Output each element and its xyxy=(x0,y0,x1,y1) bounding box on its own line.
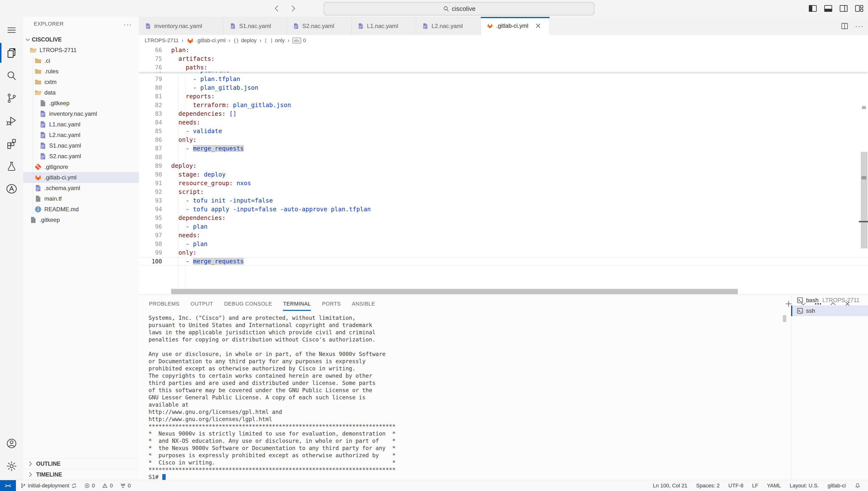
toggle-primary-sidebar-icon[interactable] xyxy=(808,3,818,13)
breadcrumb-label: only xyxy=(275,37,285,44)
status-layout-u-s-[interactable]: Layout: U.S. xyxy=(790,483,819,489)
activity-source-control[interactable] xyxy=(0,87,23,110)
tab-L1.nac.yaml[interactable]: L1.nac.yaml xyxy=(352,17,416,35)
breadcrumb-item-only[interactable]: [ ]only xyxy=(264,37,285,44)
nav-arrows xyxy=(272,0,298,17)
remote-indicator[interactable]: >< xyxy=(0,480,16,491)
testing-icon xyxy=(6,161,17,172)
status-error[interactable]: 0 xyxy=(84,483,95,489)
tree-item-.schema.yaml[interactable]: .schema.yaml xyxy=(23,183,139,194)
tree-item-S1.nac.yaml[interactable]: S1.nac.yaml xyxy=(23,140,139,151)
tree-indent-guide xyxy=(33,55,33,214)
command-search-box[interactable]: ciscolive xyxy=(324,2,595,16)
customize-layout-icon[interactable] xyxy=(854,3,864,13)
tab-S2.nac.yaml[interactable]: S2.nac.yaml xyxy=(287,17,352,35)
code-text: needs: xyxy=(171,118,200,127)
activity-menu[interactable] xyxy=(0,19,23,41)
status-ln-100-col-21[interactable]: Ln 100, Col 21 xyxy=(653,483,687,489)
activity-testing[interactable] xyxy=(0,155,23,177)
status-yaml[interactable]: YAML xyxy=(767,483,781,489)
tree-item-label: LTROPS-2711 xyxy=(39,47,77,54)
status-warning[interactable]: 0 xyxy=(102,483,113,489)
line-number: 98 xyxy=(139,240,162,249)
activity-explorer[interactable] xyxy=(0,41,23,64)
tree-item-README.md[interactable]: README.md xyxy=(23,204,139,214)
breadcrumb-item-0[interactable]: abc0 xyxy=(293,37,306,44)
terminal-list: bashLTROPS-2711ssh xyxy=(791,295,868,480)
activity-ansible[interactable] xyxy=(0,177,23,200)
tab-label: .gitlab-ci.yml xyxy=(496,23,528,29)
section-outline[interactable]: OUTLINE xyxy=(23,458,139,469)
vertical-scrollbar[interactable] xyxy=(861,152,868,249)
panel-tab-label: OUTPUT xyxy=(190,301,213,307)
tree-item-.gitkeep[interactable]: .gitkeep xyxy=(23,214,139,225)
status-lf[interactable]: LF xyxy=(752,483,758,489)
explorer-icon xyxy=(6,47,18,59)
tab-.gitlab-ci.yml[interactable]: .gitlab-ci.yml xyxy=(481,17,550,35)
terminal-line: * Nexus 9000v is strictly limited to use… xyxy=(149,430,396,437)
tree-item-.gitlab-ci.yml[interactable]: .gitlab-ci.yml xyxy=(23,172,139,183)
tree-item-.rules[interactable]: .rules xyxy=(23,66,139,77)
status-branch[interactable]: initial-deployment xyxy=(20,483,77,489)
status-radio[interactable]: 0 xyxy=(120,483,131,489)
tree-item-inventory.nac.yaml[interactable]: inventory.nac.yaml xyxy=(23,109,139,119)
toggle-panel-icon[interactable] xyxy=(823,3,833,13)
breadcrumb-item-deploy[interactable]: {}deploy xyxy=(233,37,257,44)
panel-tab-output[interactable]: OUTPUT xyxy=(190,295,213,313)
panel-tab-ports[interactable]: PORTS xyxy=(322,295,341,313)
panel-tab-debug-console[interactable]: DEBUG CONSOLE xyxy=(224,295,272,313)
panel-tab-problems[interactable]: PROBLEMS xyxy=(149,295,179,313)
terminal-output[interactable]: Systems, Inc. ("Cisco") and are protecte… xyxy=(149,314,396,481)
activity-run-debug[interactable] xyxy=(0,110,23,132)
tree-item-L2.nac.yaml[interactable]: L2.nac.yaml xyxy=(23,130,139,140)
line-number: 87 xyxy=(139,144,162,153)
section-timeline[interactable]: TIMELINE xyxy=(23,469,139,480)
tree-item-data[interactable]: data xyxy=(23,87,139,98)
status-spaces-2[interactable]: Spaces: 2 xyxy=(696,483,720,489)
tree-item-.gitkeep[interactable]: .gitkeep xyxy=(23,98,139,109)
tab-inventory.nac.yaml[interactable]: inventory.nac.yaml xyxy=(139,17,224,35)
status-label: 0 xyxy=(110,483,113,489)
tree-item-LTROPS-2711[interactable]: LTROPS-2711 xyxy=(23,45,139,55)
activity-search[interactable] xyxy=(0,64,23,87)
tree-item-CISCOLIVE[interactable]: CISCOLIVE xyxy=(23,34,139,45)
status-gitlab-ci[interactable]: gitlab-ci xyxy=(828,483,846,489)
code-line-91: 91 resource_group: nxos xyxy=(139,179,868,187)
status-bell[interactable] xyxy=(855,483,861,489)
horizontal-scrollbar[interactable] xyxy=(171,289,738,294)
split-editor-icon[interactable] xyxy=(840,22,849,30)
tree-item-cxtm[interactable]: cxtm xyxy=(23,77,139,87)
activity-settings[interactable] xyxy=(0,455,23,478)
back-arrow-icon[interactable] xyxy=(272,4,281,13)
activity-extensions[interactable] xyxy=(0,132,23,155)
tree-item-main.tf[interactable]: main.tf xyxy=(23,194,139,204)
code-text: resource_group: nxos xyxy=(171,179,251,187)
tree-item-.ci[interactable]: .ci xyxy=(23,55,139,66)
tab-L2.nac.yaml[interactable]: L2.nac.yaml xyxy=(416,17,481,35)
panel-tab-terminal[interactable]: TERMINAL xyxy=(283,295,311,313)
gitlab-icon xyxy=(186,37,194,45)
activity-accounts[interactable] xyxy=(0,432,23,455)
code-line-85: 85 - validate xyxy=(139,127,868,136)
code-line-92: 92 script: xyxy=(139,187,868,196)
forward-arrow-icon[interactable] xyxy=(288,4,298,13)
terminal-session-ssh[interactable]: ssh xyxy=(791,306,868,316)
tab-label: S1.nac.yaml xyxy=(239,23,271,29)
close-icon[interactable] xyxy=(535,22,542,29)
panel-drag-handle[interactable] xyxy=(783,315,786,322)
tree-item-S2.nac.yaml[interactable]: S2.nac.yaml xyxy=(23,151,139,162)
explorer-more-icon[interactable]: ··· xyxy=(123,20,132,28)
code-editor[interactable]: 78 - plan.txt79 - plan.tfplan80 - plan_g… xyxy=(139,46,868,295)
panel-tab-label: PROBLEMS xyxy=(149,301,179,307)
terminal-session-bash[interactable]: bashLTROPS-2711 xyxy=(791,295,868,306)
panel-tab-ansible[interactable]: ANSIBLE xyxy=(352,295,375,313)
yaml-icon xyxy=(39,131,47,139)
toggle-secondary-sidebar-icon[interactable] xyxy=(839,3,849,13)
breadcrumb-item-.gitlab-ci.yml[interactable]: .gitlab-ci.yml xyxy=(186,37,226,45)
tree-item-L1.nac.yaml[interactable]: L1.nac.yaml xyxy=(23,119,139,130)
status-utf-8[interactable]: UTF-8 xyxy=(728,483,743,489)
terminal-line: of this software may be covered under th… xyxy=(149,386,396,394)
tab-S1.nac.yaml[interactable]: S1.nac.yaml xyxy=(224,17,287,35)
breadcrumb-item-LTROPS-2711[interactable]: LTROPS-2711 xyxy=(145,37,179,44)
tree-item-.gitignore[interactable]: .gitignore xyxy=(23,162,139,172)
